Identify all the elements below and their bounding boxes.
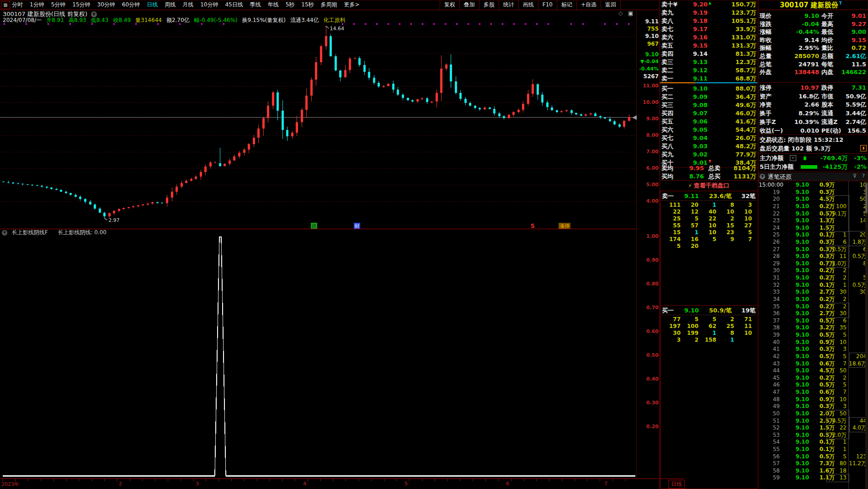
field-label: 均价 [821,36,833,44]
tick-row[interactable]: 329.100.1万10.5万 [759,282,868,289]
tick-row[interactable]: 549.100.1万1 [759,439,868,446]
action-+自选[interactable]: +自选 [576,0,601,10]
indicator-collapse-icon[interactable]: ▼ [2,230,7,236]
tick-row[interactable]: 359.100.2万2 [759,303,868,310]
action-叠加[interactable]: 叠加 [459,0,479,10]
sell-queue-row-1[interactable]: 卖一9.1168.8万 [660,75,757,83]
action-多股[interactable]: 多股 [479,0,499,10]
tick-row[interactable]: 589.101.6万18 [759,468,868,474]
window-split-icon[interactable]: ▣ [628,10,633,16]
action-画线[interactable]: 画线 [518,0,538,10]
tick-row[interactable]: 239.101.3万14 [759,217,868,224]
tick-row[interactable]: 499.100.3万3 [759,403,868,410]
period-tab-5秒[interactable]: 5秒 [286,0,295,10]
action-复权[interactable]: 复权 [440,0,459,10]
period-badge[interactable]: 日线 [668,480,685,489]
tick-row[interactable]: 409.100.9万10 [759,339,868,346]
period-tab-30分钟[interactable]: 30分钟 [97,0,115,10]
tick-row[interactable]: 539.100.5万2.0万 [759,432,868,439]
queue-price: 9.07 [686,109,708,118]
field-label: 总笔 [760,60,772,68]
period-tab-多周期[interactable]: 多周期 [321,0,337,10]
tick-row[interactable]: 449.104.5万50 [759,367,868,374]
buy-queue-row-2[interactable]: 买二9.0936.4万 [660,93,757,101]
buy-queue-row-1[interactable]: 买一9.1088.0万 [660,85,757,93]
tick-row[interactable]: 389.103.2万35 [759,324,868,331]
period-tab-45日线[interactable]: 45日线 [225,0,243,10]
buy-queue-row-5[interactable]: 买五9.0641.6万 [660,118,757,126]
tick-row[interactable]: 599.101.1万13 [759,474,868,481]
buy-queue-row-6[interactable]: 买六9.0554.4万 [660,126,757,134]
tick-price: 9.10 [783,189,809,196]
period-tab-更多>[interactable]: 更多> [344,0,360,10]
buy-queue-row-9[interactable]: 买九9.0277.9万 [660,150,757,159]
sell-queue-row-5[interactable]: 卖五9.15131.3万 [660,42,757,50]
period-tab-月线[interactable]: 月线 [182,0,193,10]
tick-row[interactable]: 509.102.0万50 [759,410,868,417]
sell-queue-row-7[interactable]: 卖七9.1733.9万 [660,25,757,33]
sell-queue-row-2[interactable]: 卖二9.1258.7万 [660,66,757,75]
tick-row[interactable]: 349.100.2万2 [759,296,868,303]
tick-row[interactable]: 319.100.2万25 [759,274,868,281]
action-统计[interactable]: 统计 [499,0,518,10]
thousand-depth-link[interactable]: ⚡查看千档盘口 [660,182,757,189]
period-tab-年线[interactable]: 年线 [268,0,279,10]
tick-row[interactable]: 469.100.5万5 [759,382,868,388]
tick-row[interactable]: 289.100.3万110.5万 [759,253,868,260]
mini-sell1-vol: 755 [637,26,659,32]
tick-row[interactable]: 15:00:009.100.9万10 [759,182,868,188]
period-tab-5分钟[interactable]: 5分钟 [51,0,66,10]
tick-row[interactable]: 219.100.2万1002 [759,203,868,210]
tick-row[interactable]: 199.100.3万3 [759,189,868,196]
sell-queue-row-9[interactable]: 卖九9.19123.7万 [660,9,757,17]
tick-row[interactable]: 229.100.5万9.1万5 [759,210,868,217]
tick-row[interactable]: 369.102.7万30 [759,310,868,317]
sell-queue-row-8[interactable]: 卖八9.18105.1万 [660,17,757,25]
sell-queue-row-4[interactable]: 卖四9.1481.3万 [660,50,757,58]
period-tab-分时[interactable]: 分时 [12,0,23,10]
help-icon[interactable]: ? [862,173,865,179]
list-icon[interactable]: ≡ [790,155,796,161]
tick-row[interactable]: 479.100.6万7 [759,389,868,396]
diamond-icon[interactable]: ◇ [618,10,623,16]
tick-row[interactable]: 299.100.7万1.0万8 [759,260,868,267]
buy-queue-row-7[interactable]: 买七9.0426.0万 [660,134,757,142]
period-tab-15秒[interactable]: 15秒 [301,0,314,10]
sell-queue-row-10[interactable]: 卖十¥9.20▲150.7万 [660,0,757,9]
tick-price: 9.10 [783,196,809,203]
tick-row[interactable]: 459.100.2万2 [759,375,868,382]
tick-row[interactable]: 559.100.1万1 [759,446,868,453]
app-grid-icon[interactable]: ▦ [1,1,10,9]
action-F10[interactable]: F10 [538,0,557,10]
tick-row[interactable]: 569.100.5万5123 [759,453,868,460]
period-tab-1分钟[interactable]: 1分钟 [30,0,44,10]
tick-row[interactable]: 209.104.5万50 [759,196,868,203]
collapse-circle-icon[interactable]: ▼ [760,174,765,179]
sell-queue-row-6[interactable]: 卖六9.16131.0万 [660,33,757,42]
sell-queue-row-3[interactable]: 卖三9.1312.3万 [660,58,757,66]
filter-icon[interactable]: ⊽ [853,173,857,179]
buy-queue-row-3[interactable]: 买三9.0849.6万 [660,101,757,109]
action-标记[interactable]: 标记 [557,0,576,10]
tick-row[interactable]: 279.100.3万0.5万6 [759,246,868,253]
tick-row[interactable]: 309.100.2万2 [759,267,868,274]
tick-row[interactable]: 249.101.5万 [759,225,868,231]
period-tab-15分钟[interactable]: 15分钟 [72,0,90,10]
tick-row[interactable]: 489.100.9万10 [759,396,868,403]
period-tab-日线[interactable]: 日线 [147,0,158,10]
tick-row[interactable]: 339.102.7万3030 [759,289,868,296]
period-tab-周线[interactable]: 周线 [165,0,176,10]
tick-row[interactable]: 419.100.3万3 [759,346,868,353]
bar-chart-icon[interactable]: ▮ [860,145,867,151]
period-tab-10分钟[interactable]: 10分钟 [200,0,218,10]
indicator-name[interactable]: 长上影线阴线F [12,229,48,236]
period-tab-季线[interactable]: 季线 [250,0,261,10]
tick-price: 9.10 [783,210,809,217]
tick-row[interactable]: 399.100.5万5 [759,332,868,339]
period-tab-60分钟[interactable]: 60分钟 [122,0,140,10]
action-返回[interactable]: 返回 [601,0,621,10]
buy-queue-row-8[interactable]: 买八9.0348.2万 [660,142,757,150]
buy-queue-row-4[interactable]: 买四9.0746.0万 [660,109,757,118]
tick-row[interactable]: 579.107.3万8011.2万 [759,460,868,467]
tick-row[interactable]: 379.100.5万6 [759,317,868,324]
